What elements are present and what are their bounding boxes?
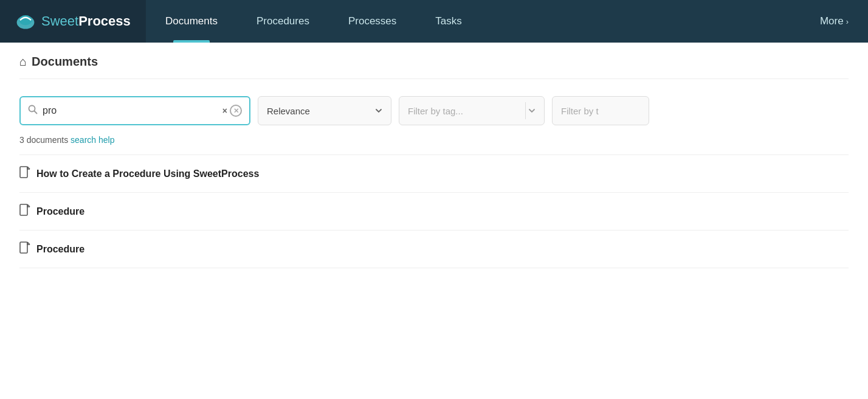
filter-tag-placeholder: Filter by tag...: [408, 106, 463, 116]
page-content: ⌂ Documents × ✕ Relevance: [0, 43, 868, 268]
nav-item-procedures[interactable]: Procedures: [237, 0, 329, 43]
page-title: Documents: [32, 55, 98, 69]
nav-item-tasks[interactable]: Tasks: [416, 0, 481, 43]
search-icon: [28, 105, 38, 117]
search-input-wrapper[interactable]: × ✕: [19, 96, 250, 125]
results-count: 3 documents search help: [19, 133, 849, 154]
document-icon: [19, 166, 30, 181]
filter-by-tag-dropdown[interactable]: Filter by tag...: [399, 96, 545, 125]
chevron-down-icon: [375, 106, 382, 116]
document-icon: [19, 241, 30, 257]
document-icon: [19, 204, 30, 219]
sort-label: Relevance: [267, 106, 310, 116]
svg-rect-7: [20, 242, 27, 253]
sort-dropdown[interactable]: Relevance: [258, 96, 391, 125]
home-icon: ⌂: [19, 55, 27, 69]
nav-item-more[interactable]: More ›: [801, 0, 868, 43]
sweetprocess-logo-icon: [15, 10, 36, 32]
svg-rect-6: [20, 204, 27, 215]
filter-tag-chevron-icon: [528, 106, 536, 116]
main-nav: Documents Procedures Processes Tasks Mor…: [146, 0, 868, 43]
document-item[interactable]: Procedure: [19, 193, 849, 231]
document-item[interactable]: How to Create a Procedure Using SweetPro…: [19, 155, 849, 193]
page-header: ⌂ Documents: [19, 43, 849, 79]
filter-type-placeholder: Filter by t: [561, 106, 599, 116]
brand-name: SweetProcess: [41, 13, 131, 29]
filter-divider: [525, 102, 526, 119]
nav-item-processes[interactable]: Processes: [329, 0, 416, 43]
filter-by-type-dropdown[interactable]: Filter by t: [552, 96, 649, 125]
svg-rect-4: [20, 167, 27, 178]
search-help-link[interactable]: search help: [71, 135, 114, 145]
document-list: How to Create a Procedure Using SweetPro…: [19, 154, 849, 268]
search-input[interactable]: [43, 105, 218, 116]
search-area: × ✕ Relevance Filter by tag...: [19, 79, 849, 133]
document-item[interactable]: Procedure: [19, 231, 849, 268]
document-title: Procedure: [36, 206, 84, 217]
chevron-right-icon: ›: [846, 17, 849, 26]
nav-item-documents[interactable]: Documents: [146, 0, 237, 43]
document-title: How to Create a Procedure Using SweetPro…: [36, 168, 259, 179]
navbar: SweetProcess Documents Procedures Proces…: [0, 0, 868, 43]
svg-line-3: [35, 111, 37, 114]
clear-circle-icon[interactable]: ✕: [230, 105, 242, 117]
search-clear-area[interactable]: × ✕: [222, 105, 242, 117]
brand-logo[interactable]: SweetProcess: [0, 0, 146, 43]
clear-x-icon[interactable]: ×: [222, 106, 227, 116]
document-title: Procedure: [36, 244, 84, 255]
